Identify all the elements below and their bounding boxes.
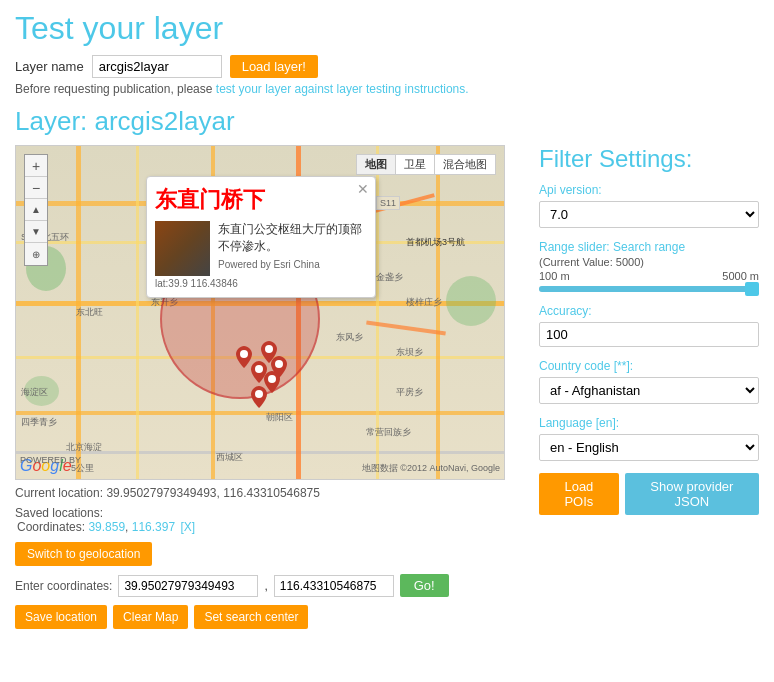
svg-point-1	[255, 365, 263, 373]
set-search-center-button[interactable]: Set search center	[194, 605, 308, 629]
saved-lng-link[interactable]: 116.397	[132, 520, 175, 534]
svg-point-3	[275, 360, 283, 368]
map-type-map[interactable]: 地图	[356, 154, 395, 175]
current-lng: 116.43310546875	[223, 486, 320, 500]
coords-label: Coordinates:	[17, 520, 85, 534]
range-slider-track[interactable]	[539, 286, 759, 292]
poi-popup-text: 东直门公交枢纽大厅的顶部不停渗水。 Powered by Esri China	[218, 221, 367, 270]
language-select[interactable]: en - English zh - Chinese fr - French	[539, 434, 759, 461]
layer-name-row: Layer name Load layer!	[15, 55, 759, 78]
map-type-buttons: 地图 卫星 混合地图	[356, 154, 496, 175]
range-minmax: 100 m 5000 m	[539, 270, 759, 282]
save-location-button[interactable]: Save location	[15, 605, 107, 629]
country-code-group: Country code [**]: af - Afghanistan us -…	[539, 359, 759, 404]
page-wrapper: Test your layer Layer name Load layer! B…	[0, 0, 774, 639]
load-layer-button[interactable]: Load layer!	[230, 55, 318, 78]
layer-name-label: Layer name	[15, 59, 84, 74]
marker-1[interactable]	[236, 346, 252, 371]
filter-sidebar: Filter Settings: Api version: 7.0 6.0 5.…	[539, 145, 759, 629]
current-location-label: Current location:	[15, 486, 103, 500]
marker-6[interactable]	[251, 386, 267, 411]
before-text: Before requesting publication, please te…	[15, 82, 759, 96]
map-controls: + − ▲ ▼ ⊕	[24, 154, 48, 266]
zoom-out-button[interactable]: −	[25, 177, 47, 199]
range-label: Range slider: Search range	[539, 240, 759, 254]
road-v2	[136, 146, 139, 479]
pan-up-button[interactable]: ▲	[25, 199, 47, 221]
poi-popup-powered: Powered by Esri China	[218, 259, 367, 270]
svg-point-5	[255, 390, 263, 398]
svg-point-2	[265, 345, 273, 353]
map-type-hybrid[interactable]: 混合地图	[434, 154, 496, 175]
map-background: S213 S550北五环 东北旺 海淀区 四季青乡 北京海淀 S11 首都国际机…	[16, 146, 504, 479]
country-select[interactable]: af - Afghanistan us - United States gb -…	[539, 377, 759, 404]
saved-x-link[interactable]: [X]	[181, 520, 196, 534]
map-copyright: 地图数据 ©2012 AutoNavi, Google	[362, 462, 500, 475]
saved-locations: Saved locations: Coordinates: 39.859, 11…	[15, 506, 527, 534]
saved-coords: Coordinates: 39.859, 116.397 [X]	[15, 520, 527, 534]
poi-popup-title: 东直门桥下	[155, 185, 367, 215]
map-type-satellite[interactable]: 卫星	[395, 154, 434, 175]
map-container[interactable]: S213 S550北五环 东北旺 海淀区 四季青乡 北京海淀 S11 首都国际机…	[15, 145, 505, 480]
page-title: Test your layer	[15, 10, 759, 47]
accuracy-group: Accuracy:	[539, 304, 759, 347]
language-group: Language [en]: en - English zh - Chinese…	[539, 416, 759, 461]
range-slider-group: Range slider: Search range (Current Valu…	[539, 240, 759, 292]
scale-label: 5公里	[71, 462, 94, 475]
main-content: S213 S550北五环 东北旺 海淀区 四季青乡 北京海淀 S11 首都国际机…	[15, 145, 759, 629]
layer-subtitle: Layer: arcgis2layar	[15, 106, 759, 137]
range-min: 100 m	[539, 270, 570, 282]
fullscreen-button[interactable]: ⊕	[25, 243, 47, 265]
accuracy-label: Accuracy:	[539, 304, 759, 318]
accuracy-input[interactable]	[539, 322, 759, 347]
enter-coords-label: Enter coordinates:	[15, 579, 112, 593]
api-version-group: Api version: 7.0 6.0 5.0	[539, 183, 759, 228]
filter-actions: Load POIs Show provider JSON	[539, 473, 759, 515]
poi-popup-description: 东直门公交枢纽大厅的顶部不停渗水。	[218, 221, 367, 255]
svg-point-4	[268, 375, 276, 383]
zoom-in-button[interactable]: +	[25, 155, 47, 177]
poi-popup: ✕ 东直门桥下 东直门公交枢纽大厅的顶部不停渗水。 Powered by Esr…	[146, 176, 376, 298]
load-pois-button[interactable]: Load POIs	[539, 473, 619, 515]
country-label: Country code [**]:	[539, 359, 759, 373]
layer-name-input[interactable]	[92, 55, 222, 78]
green-area3	[446, 276, 496, 326]
range-max: 5000 m	[722, 270, 759, 282]
api-version-select[interactable]: 7.0 6.0 5.0	[539, 201, 759, 228]
show-provider-json-button[interactable]: Show provider JSON	[625, 473, 759, 515]
road-v6	[436, 146, 440, 479]
svg-point-0	[240, 350, 248, 358]
poi-popup-coords: lat:39.9 116.43846	[155, 278, 367, 289]
language-label: Language [en]:	[539, 416, 759, 430]
range-current-value: (Current Value: 5000)	[539, 256, 759, 268]
go-button[interactable]: Go!	[400, 574, 449, 597]
api-version-label: Api version:	[539, 183, 759, 197]
current-lat: 39.95027979349493	[106, 486, 216, 500]
range-slider-fill	[539, 286, 748, 292]
geolocation-button[interactable]: Switch to geolocation	[15, 542, 152, 566]
saved-lat-link[interactable]: 39.859	[88, 520, 125, 534]
poi-popup-image	[155, 221, 210, 276]
map-section: S213 S550北五环 东北旺 海淀区 四季青乡 北京海淀 S11 首都国际机…	[15, 145, 527, 629]
filter-title: Filter Settings:	[539, 145, 759, 173]
current-location: Current location: 39.95027979349493, 116…	[15, 486, 527, 500]
coord2-input[interactable]	[274, 575, 394, 597]
testing-instructions-link[interactable]: test your layer against layer testing in…	[216, 82, 469, 96]
range-slider-thumb[interactable]	[745, 282, 759, 296]
saved-label: Saved locations:	[15, 506, 527, 520]
coords-row: Enter coordinates: , Go!	[15, 574, 527, 597]
action-buttons: Save location Clear Map Set search cente…	[15, 605, 527, 629]
pan-down-button[interactable]: ▼	[25, 221, 47, 243]
poi-popup-close[interactable]: ✕	[357, 181, 369, 197]
coord1-input[interactable]	[118, 575, 258, 597]
poi-popup-body: 东直门公交枢纽大厅的顶部不停渗水。 Powered by Esri China	[155, 221, 367, 276]
road-h5	[16, 411, 504, 415]
clear-map-button[interactable]: Clear Map	[113, 605, 188, 629]
